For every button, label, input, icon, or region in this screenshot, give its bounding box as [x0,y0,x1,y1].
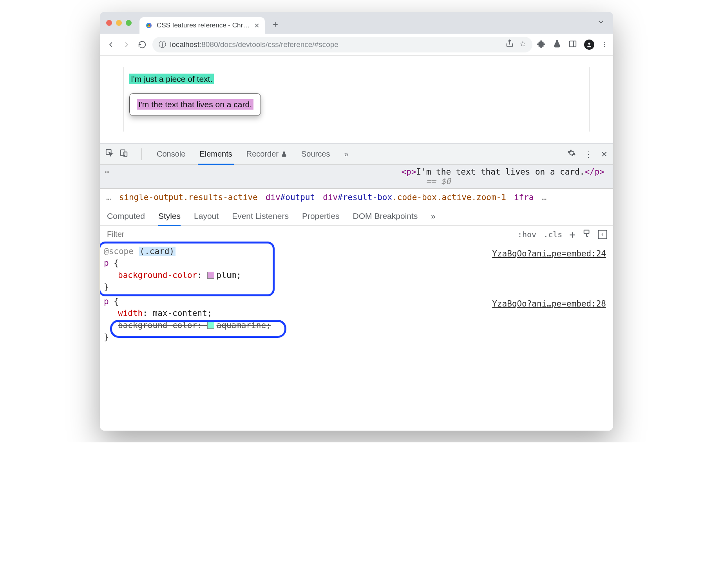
css-property[interactable]: background-color [118,271,197,280]
tab-console[interactable]: Console [155,144,187,164]
styles-pane: YzaBqOo?ani…pe=embed:24 @scope (.card) p… [100,243,613,350]
fullscreen-window-button[interactable] [126,20,132,26]
svg-rect-6 [124,152,127,157]
rule-source-link[interactable]: YzaBqOo?ani…pe=embed:24 [492,248,606,260]
close-tab-icon[interactable]: ✕ [254,22,259,29]
browser-tab[interactable]: CSS features reference - Chrome ✕ [139,17,265,34]
new-style-rule-button[interactable]: + [569,229,575,240]
inspect-element-icon[interactable] [105,149,114,159]
subtab-dom-breakpoints[interactable]: DOM Breakpoints [353,206,418,225]
color-swatch-icon[interactable] [207,322,214,329]
paint-flashing-icon[interactable] [583,229,591,240]
browser-toolbar: ⓘ localhost:8080/docs/devtools/css/refer… [100,34,613,56]
dom-console-hint: == $0 [426,177,451,186]
devtools-kebab-icon[interactable]: ⋮ [585,150,592,159]
devtools-close-icon[interactable]: ✕ [601,150,608,159]
device-toggle-icon[interactable] [119,149,128,159]
subtab-styles[interactable]: Styles [158,206,181,225]
more-subtabs-icon[interactable]: » [431,206,436,225]
minimize-window-button[interactable] [116,20,122,26]
tab-elements[interactable]: Elements [198,144,233,164]
styles-filter-input[interactable] [106,229,512,239]
close-window-button[interactable] [106,20,112,26]
subtab-layout[interactable]: Layout [194,206,219,225]
forward-button[interactable] [121,39,132,50]
tab-sources[interactable]: Sources [300,144,331,164]
svg-rect-7 [584,230,589,234]
css-property-overridden[interactable]: background-color [118,321,197,330]
devtools-main-tabs: Console Elements Recorder Sources » ⋮ ✕ [100,144,613,165]
window-controls [106,20,132,26]
css-rule-scope[interactable]: YzaBqOo?ani…pe=embed:24 @scope (.card) p… [104,245,609,293]
chrome-favicon-icon [145,22,153,29]
cls-toggle[interactable]: .cls [543,230,562,239]
breadcrumb-item[interactable]: div#output [266,193,315,202]
css-value[interactable]: plum [217,271,237,280]
dom-breadcrumbs[interactable]: … single-output.results-active div#outpu… [100,189,613,206]
card-container: I'm the text that lives on a card. [129,93,261,116]
css-value[interactable]: max-content [153,308,207,318]
url-text: localhost:8080/docs/devtools/css/referen… [170,40,338,49]
hov-toggle[interactable]: :hov [518,230,536,239]
styles-subtabs: Computed Styles Layout Event Listeners P… [100,206,613,226]
dom-collapsed-icon[interactable]: ⋯ [105,167,110,177]
svg-rect-5 [121,150,125,156]
sidepanel-icon[interactable] [568,40,577,50]
breadcrumb-item[interactable]: single-output.results-active [119,193,258,202]
devtools-panel: Console Elements Recorder Sources » ⋮ ✕ … [100,144,613,431]
extensions-icon[interactable] [537,40,546,50]
tab-title: CSS features reference - Chrome [157,22,250,29]
plain-paragraph: I'm just a piece of text. [129,74,214,84]
browser-window: CSS features reference - Chrome ✕ ＋ ⓘ lo… [100,12,613,431]
breadcrumb-item[interactable]: ifra [514,193,534,202]
subtab-computed[interactable]: Computed [107,206,145,225]
css-rule-p[interactable]: YzaBqOo?ani…pe=embed:28 p { width: max-c… [104,296,609,343]
rule-source-link[interactable]: YzaBqOo?ani…pe=embed:28 [492,298,606,310]
css-value-overridden[interactable]: aquamarine [217,321,266,330]
color-swatch-icon[interactable] [207,272,214,279]
subtab-properties[interactable]: Properties [302,206,340,225]
new-tab-button[interactable]: ＋ [269,18,282,31]
subtab-event-listeners[interactable]: Event Listeners [232,206,289,225]
back-button[interactable] [105,39,116,50]
tab-recorder[interactable]: Recorder [245,144,289,164]
labs-icon[interactable] [553,40,561,50]
styles-filter-bar: :hov .cls + [100,226,613,243]
more-tabs-icon[interactable]: » [342,144,350,164]
card-paragraph: I'm the text that lives on a card. [137,99,253,110]
window-chevron-icon[interactable] [597,18,605,28]
css-property[interactable]: width [118,308,143,318]
breadcrumb-item[interactable]: div#result-box.code-box.active.zoom-1 [323,193,506,202]
kebab-menu-icon[interactable]: ⋮ [601,41,608,48]
svg-point-3 [588,42,590,44]
toggle-sidebar-icon[interactable] [598,230,607,239]
site-info-icon[interactable]: ⓘ [159,40,166,50]
tab-strip: CSS features reference - Chrome ✕ ＋ [100,12,613,34]
reload-button[interactable] [137,39,148,50]
profile-avatar-icon[interactable] [584,40,594,50]
svg-rect-1 [570,41,576,47]
dom-tree-selected-node[interactable]: ⋯ <p>I'm the text that lives on a card.<… [100,165,613,189]
bookmark-icon[interactable]: ☆ [519,39,526,50]
share-icon[interactable] [505,39,514,50]
page-viewport: I'm just a piece of text. I'm the text t… [100,56,613,144]
settings-gear-icon[interactable] [567,149,576,159]
address-bar[interactable]: ⓘ localhost:8080/docs/devtools/css/refer… [152,37,532,52]
